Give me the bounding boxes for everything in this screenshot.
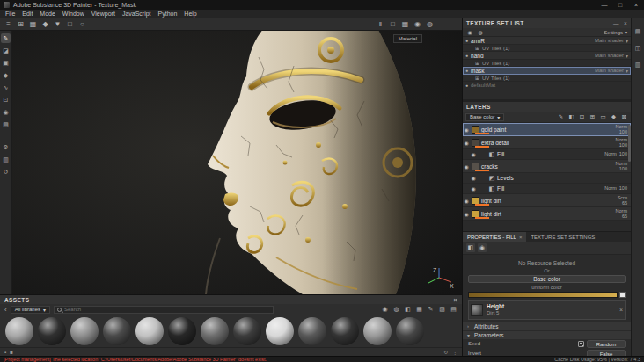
tab-texture-set-settings[interactable]: TEXTURE SET SETTINGS bbox=[526, 232, 599, 242]
opacity-value[interactable]: 65 bbox=[622, 214, 627, 219]
material-11-thumbnail[interactable] bbox=[331, 317, 359, 345]
menu-python[interactable]: Python bbox=[155, 11, 181, 17]
paint-tool-icon[interactable]: ✎ bbox=[1, 33, 11, 43]
layer-visibility-icon[interactable]: ◉ bbox=[470, 185, 477, 192]
display-settings-icon[interactable]: ▦ bbox=[400, 19, 410, 29]
pause-engine-icon[interactable]: ‖ bbox=[376, 19, 385, 29]
opacity-value[interactable]: 100 bbox=[619, 129, 627, 134]
add-mask-icon[interactable]: ◧ bbox=[567, 113, 575, 121]
tab-properties-fill[interactable]: PROPERTIES - FILL × bbox=[463, 232, 526, 242]
layer-fill[interactable]: ◉ ◧ Fill Norm 100 bbox=[463, 149, 631, 160]
assets-search[interactable] bbox=[54, 306, 274, 314]
texture-set-row[interactable]: ● mask Main shader ▾ bbox=[463, 67, 631, 75]
close-button[interactable]: × bbox=[632, 2, 640, 8]
layer-extra-detail[interactable]: ◉ extra detail Norm 100 bbox=[463, 136, 631, 149]
navigation-gizmo[interactable]: Z X bbox=[423, 265, 455, 290]
attributes-section[interactable]: › Attributes bbox=[463, 322, 631, 330]
parameter-value[interactable]: Random bbox=[587, 340, 626, 348]
material-6-thumbnail[interactable] bbox=[168, 317, 196, 345]
refresh-assets-icon[interactable]: ↻ bbox=[443, 349, 448, 355]
eraser-tool-icon[interactable]: ◪ bbox=[1, 46, 11, 55]
symmetry-icon[interactable]: ○ bbox=[77, 19, 87, 29]
bake-icon[interactable]: ▼ bbox=[53, 19, 62, 29]
layer-cracks[interactable]: ◉ cracks Norm 100 bbox=[463, 160, 631, 173]
minimize-button[interactable]: — bbox=[600, 2, 609, 8]
layer-visibility-icon[interactable]: ◉ bbox=[463, 211, 470, 217]
color-picker-handle[interactable] bbox=[619, 292, 626, 298]
more-options-icon[interactable]: ⋮ bbox=[452, 349, 457, 355]
menu-window[interactable]: Window bbox=[59, 11, 88, 17]
inactive-texture-set-row[interactable]: ● defaultMat bbox=[463, 82, 631, 89]
viewer-settings-icon[interactable]: ⚙ bbox=[1, 142, 11, 152]
material-10-thumbnail[interactable] bbox=[298, 317, 326, 345]
material-13-thumbnail[interactable] bbox=[396, 317, 424, 345]
filter-textures-icon[interactable]: ▤ bbox=[450, 306, 457, 314]
layer-visibility-icon[interactable]: ◉ bbox=[470, 175, 477, 181]
menu-mode[interactable]: Mode bbox=[36, 11, 59, 17]
panel-close-icon[interactable]: × bbox=[624, 20, 627, 26]
transform-icon[interactable]: ◆ bbox=[40, 19, 50, 29]
material-12-thumbnail[interactable] bbox=[363, 317, 392, 345]
snapshot-icon[interactable]: □ bbox=[388, 19, 398, 29]
blend-mode-value[interactable]: Norm bbox=[604, 185, 616, 191]
texture-set-row[interactable]: ● armR Main shader ▾ bbox=[463, 37, 631, 45]
opacity-value[interactable]: 100 bbox=[619, 185, 627, 191]
base-color-button[interactable]: Base color bbox=[468, 275, 626, 283]
layer-levels[interactable]: ◉ ◩ Levels bbox=[463, 173, 631, 184]
layer-visibility-icon[interactable]: ◉ bbox=[463, 198, 470, 204]
opacity-value[interactable]: 65 bbox=[622, 200, 627, 206]
menu-javascript[interactable]: JavaScript bbox=[119, 11, 155, 17]
uv-tiles-row[interactable]: ⊞ UV Tiles (1) bbox=[463, 45, 631, 52]
material-4-thumbnail[interactable] bbox=[103, 317, 131, 345]
filter-alphas-icon[interactable]: ▨ bbox=[438, 306, 446, 314]
menu-edit[interactable]: Edit bbox=[18, 11, 36, 17]
add-effect-icon[interactable]: ✎ bbox=[557, 113, 565, 121]
filter-filters-icon[interactable]: ▦ bbox=[415, 306, 423, 314]
shelf-dock-icon[interactable]: ▤ bbox=[633, 27, 642, 36]
main-menu-icon[interactable]: ≡ bbox=[4, 19, 13, 29]
mask-3d-model[interactable] bbox=[12, 31, 462, 294]
layer-visibility-icon[interactable]: ◉ bbox=[470, 151, 477, 157]
tile-grid-icon[interactable]: ▦ bbox=[28, 19, 38, 29]
shader-link[interactable]: Main shader ▾ bbox=[595, 38, 628, 44]
layer-visibility-icon[interactable]: ◉ bbox=[463, 163, 470, 170]
add-smart-material-icon[interactable]: ◆ bbox=[610, 113, 618, 121]
layer-gold-paint[interactable]: ◉ gold paint Norm 100 bbox=[463, 123, 631, 136]
assets-back-icon[interactable]: ‹ bbox=[4, 306, 7, 314]
camera-icon[interactable]: ◉ bbox=[413, 19, 422, 29]
assets-close-icon[interactable]: × bbox=[454, 297, 458, 303]
filter-materials-icon[interactable]: ◉ bbox=[381, 306, 389, 314]
visibility-all-icon[interactable]: ◉ bbox=[466, 29, 473, 35]
solo-view-icon[interactable]: ◍ bbox=[477, 29, 484, 35]
material-picker-tool-icon[interactable]: ◉ bbox=[1, 107, 11, 117]
filter-smart-masks-icon[interactable]: ◧ bbox=[404, 306, 412, 314]
add-folder-icon[interactable]: ▭ bbox=[599, 113, 607, 121]
polygon-fill-tool-icon[interactable]: ◆ bbox=[1, 70, 11, 80]
shader-link[interactable]: Main shader ▾ bbox=[595, 53, 628, 59]
blend-mode-value[interactable]: Norm bbox=[604, 151, 616, 156]
parameters-section[interactable]: ▾ Parameters bbox=[463, 330, 631, 339]
maximize-button[interactable]: □ bbox=[616, 2, 625, 8]
smudge-tool-icon[interactable]: ∿ bbox=[1, 83, 11, 92]
menu-help[interactable]: Help bbox=[180, 11, 200, 17]
material-8-thumbnail[interactable] bbox=[233, 317, 261, 345]
material-5-thumbnail[interactable] bbox=[135, 317, 164, 345]
delete-layer-icon[interactable]: ⊠ bbox=[620, 113, 628, 121]
base-color-swatch[interactable] bbox=[468, 292, 618, 298]
material-2-thumbnail[interactable] bbox=[38, 317, 66, 345]
opacity-value[interactable]: 100 bbox=[619, 151, 627, 156]
height-resource-block[interactable]: Height Dirt 5 × bbox=[468, 300, 626, 320]
menu-viewport[interactable]: Viewport bbox=[88, 11, 119, 17]
shader-dock-icon[interactable]: ▥ bbox=[633, 61, 642, 69]
library-dropdown[interactable]: All libraries ▾ bbox=[11, 306, 50, 314]
filter-brushes-icon[interactable]: ✎ bbox=[427, 306, 435, 314]
material-properties-icon[interactable]: ◉ bbox=[478, 243, 487, 252]
shader-link[interactable]: Main shader ▾ bbox=[595, 68, 628, 74]
material-1-thumbnail[interactable] bbox=[5, 317, 33, 345]
fill-properties-icon[interactable]: ◧ bbox=[466, 243, 475, 252]
channel-selector[interactable]: Base color ▾ bbox=[465, 113, 504, 121]
layer-visibility-icon[interactable]: ◉ bbox=[463, 140, 470, 146]
add-fill-layer-icon[interactable]: ⊡ bbox=[578, 113, 586, 121]
menu-file[interactable]: File bbox=[2, 11, 18, 17]
opacity-value[interactable]: 100 bbox=[619, 166, 627, 171]
